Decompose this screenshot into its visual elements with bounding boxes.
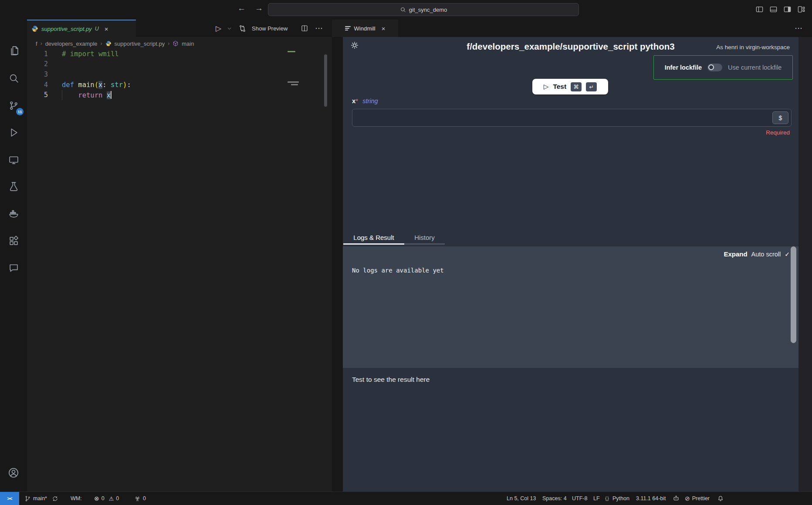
eol-status[interactable]: LF — [593, 492, 600, 505]
copilot-status[interactable] — [673, 492, 680, 505]
tab-supportive-script[interactable]: supportive_script.py U × — [27, 20, 136, 37]
runtime-label: 3.11.1 64-bit — [636, 495, 666, 502]
search-icon — [400, 7, 406, 13]
eol-label: LF — [593, 495, 600, 502]
problems-status[interactable]: ⊗ 0 ⚠ 0 — [94, 492, 119, 505]
vscode-window: ← → git_sync_demo 11 — [0, 0, 812, 505]
git-branch-status[interactable]: main* — [24, 492, 58, 505]
spaces-label: Spaces: 4 — [542, 495, 567, 502]
split-editor-icon[interactable] — [301, 20, 308, 37]
editor-scrollbar-thumb[interactable] — [324, 54, 327, 107]
toggle-panel-bottom-icon[interactable] — [769, 5, 778, 13]
command-center-search[interactable]: git_sync_demo — [268, 3, 579, 16]
windmill-panel: f/developers_example/supportive_script p… — [343, 37, 798, 492]
explorer-icon — [8, 45, 19, 56]
tab-close-icon[interactable]: × — [382, 25, 386, 32]
line-number: 3 — [27, 71, 48, 78]
code-editor[interactable]: 1 # import wmill 2 3 4 def main(x: str):… — [27, 49, 332, 100]
prettier-status[interactable]: ⊘ Prettier — [685, 492, 710, 505]
token-param: x — [98, 81, 102, 89]
breadcrumb-root[interactable]: f — [36, 40, 37, 47]
breadcrumb-folder[interactable]: developers_example — [45, 40, 98, 47]
breadcrumb-file[interactable]: supportive_script.py — [115, 40, 165, 47]
tab-git-status: U — [95, 26, 99, 32]
active-tab-underline — [343, 243, 404, 245]
sync-icon — [52, 495, 58, 502]
run-options-chevron-icon[interactable] — [227, 20, 232, 37]
expand-button[interactable]: Expand — [724, 250, 747, 258]
panel-more-actions-icon[interactable]: ⋯ — [795, 20, 802, 37]
editor-tab-strip: supportive_script.py U × ▷ Show Preview … — [27, 20, 332, 37]
indentation-status[interactable]: Spaces: 4 — [542, 492, 567, 505]
nav-back-button[interactable]: ← — [237, 3, 246, 13]
sidebar-item-docker[interactable] — [0, 203, 27, 225]
sidebar-item-search[interactable] — [0, 67, 27, 89]
workspace-context: As henri in virgin-workspace — [716, 44, 790, 50]
autoscroll-toggle[interactable]: Auto scroll — [751, 251, 781, 258]
arg-name: x — [352, 97, 355, 104]
warning-icon: ⚠ — [109, 495, 114, 502]
sidebar-item-extensions[interactable] — [0, 230, 27, 252]
token-comment: # import wmill — [62, 50, 119, 58]
python-runtime-status[interactable]: 3.11.1 64-bit — [636, 492, 666, 505]
sidebar-item-testing[interactable] — [0, 175, 27, 197]
tab-history[interactable]: History — [404, 231, 445, 243]
sidebar-item-remote-explorer[interactable] — [0, 149, 27, 171]
line-number: 1 — [27, 50, 48, 58]
cursor-position-status[interactable]: Ln 5, Col 13 — [507, 492, 536, 505]
nav-forward-button[interactable]: → — [255, 3, 263, 13]
customize-layout-icon[interactable] — [797, 5, 805, 13]
panel-scrollbar-thumb[interactable] — [791, 246, 796, 343]
editor-more-actions-icon[interactable]: ⋯ — [315, 20, 323, 37]
command-center-label: git_sync_demo — [409, 7, 447, 13]
search-icon — [8, 73, 19, 84]
encoding-status[interactable]: UTF-8 — [572, 492, 587, 505]
tab-windmill[interactable]: Windmill × — [332, 20, 398, 37]
sidebar-item-chat[interactable] — [0, 257, 27, 279]
tab-close-icon[interactable]: × — [105, 25, 108, 33]
logs-panel: Expand Auto scroll ✓ No logs are availab… — [343, 246, 798, 368]
sidebar-item-run-debug[interactable] — [0, 121, 27, 143]
open-changes-icon[interactable] — [238, 20, 247, 37]
bell-icon — [717, 495, 724, 502]
account-icon — [8, 467, 19, 478]
circle-slash-icon: ⊘ — [685, 495, 690, 502]
toggle-panel-left-icon[interactable] — [755, 5, 764, 13]
minimap[interactable] — [291, 84, 298, 85]
copilot-icon — [673, 495, 680, 502]
toggle-panel-right-icon[interactable] — [783, 5, 792, 13]
notifications-bell[interactable] — [717, 492, 724, 505]
branch-name: main* — [33, 495, 47, 502]
lockfile-toggle[interactable] — [707, 64, 722, 71]
minimap[interactable] — [288, 51, 295, 52]
sidebar-item-accounts[interactable] — [0, 462, 27, 484]
template-variable-button[interactable]: $ — [772, 111, 788, 124]
sidebar-item-source-control[interactable]: 11 — [0, 94, 27, 116]
x-input[interactable] — [352, 109, 792, 127]
token-keyword: return — [78, 91, 102, 99]
token-colon: : — [102, 81, 111, 89]
test-button[interactable]: ▷ Test ⌘ ↵ — [532, 79, 608, 94]
wm-status-item[interactable]: WM: — [71, 492, 82, 505]
run-python-file-button[interactable]: ▷ — [216, 20, 221, 37]
inactive-tab-underline — [404, 243, 445, 245]
python-icon — [105, 40, 112, 47]
breadcrumb: f › developers_example › supportive_scri… — [36, 37, 194, 50]
language-mode-status[interactable]: Python — [604, 492, 629, 505]
breadcrumb-symbol[interactable]: main — [182, 40, 194, 47]
ports-status[interactable]: 0 — [134, 492, 146, 505]
sidebar-item-explorer[interactable] — [0, 40, 27, 61]
remote-indicator[interactable]: >< — [0, 492, 19, 505]
show-preview-button[interactable]: Show Preview — [252, 20, 288, 37]
required-warning: Required — [766, 129, 790, 136]
code-line: 4 def main(x: str): — [27, 80, 332, 90]
docker-whale-icon — [8, 209, 19, 219]
prettier-label: Prettier — [692, 495, 710, 502]
token-type: str — [111, 81, 123, 89]
toggle-knob — [708, 64, 714, 70]
git-branch-icon — [24, 495, 31, 502]
tab-logs-result[interactable]: Logs & Result — [343, 231, 404, 243]
token-paren: ( — [95, 81, 98, 89]
panel-edge-gutter — [798, 37, 812, 492]
minimap[interactable] — [288, 81, 299, 83]
